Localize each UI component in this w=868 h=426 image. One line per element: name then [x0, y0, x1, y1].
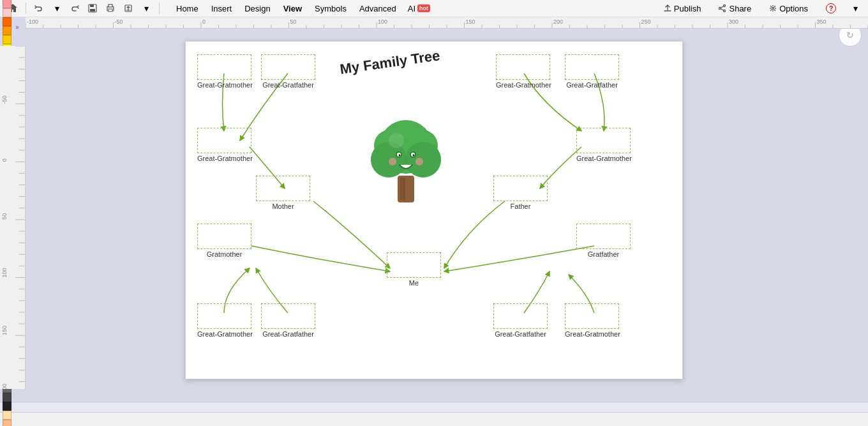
publish-button[interactable]: Publish — [657, 2, 708, 15]
svg-point-7 — [724, 5, 726, 7]
node-mother[interactable] — [256, 176, 310, 201]
svg-point-27 — [415, 158, 423, 165]
color-swatch[interactable] — [3, 420, 11, 427]
node-ggm4[interactable] — [565, 303, 619, 329]
node-gm3[interactable] — [197, 224, 251, 249]
nav-design[interactable]: Design — [238, 1, 276, 16]
color-swatch[interactable] — [3, 8, 11, 17]
sidebar-toggle[interactable]: » — [0, 17, 26, 36]
diagram-canvas[interactable]: My Family Tree — [185, 41, 683, 379]
svg-point-10 — [772, 8, 774, 10]
hot-badge: hot — [417, 4, 430, 12]
node-ggm1[interactable] — [197, 54, 251, 80]
svg-point-9 — [719, 8, 721, 10]
nav-ai[interactable]: AI hot — [403, 1, 435, 16]
toolbar: ▾ ▾ Home Insert Design View Sy — [0, 0, 868, 17]
node-label-ggf1: Great-Gratfather — [261, 81, 315, 89]
node-label-father: Father — [493, 202, 548, 210]
sep2 — [159, 3, 160, 14]
svg-point-28 — [389, 133, 404, 148]
undo-button[interactable] — [31, 1, 47, 16]
save-button[interactable] — [85, 1, 100, 16]
nav-menu: Home Insert Design View Symbols Advanced… — [170, 1, 435, 16]
options-button[interactable]: Options — [763, 2, 814, 15]
node-label-gm1: Great-Gratmother — [197, 155, 251, 162]
color-swatch[interactable] — [3, 411, 11, 420]
svg-rect-4 — [108, 4, 112, 7]
tree-title: My Family Tree — [326, 45, 454, 80]
node-label-me: Me — [387, 279, 441, 287]
svg-rect-2 — [90, 9, 95, 11]
node-ggm3[interactable] — [197, 303, 251, 329]
node-label-ggm1: Great-Gratmother — [197, 81, 251, 89]
svg-point-8 — [724, 10, 726, 12]
undo-dropdown[interactable]: ▾ — [49, 1, 64, 16]
horizontal-ruler — [26, 17, 868, 29]
svg-rect-1 — [90, 4, 94, 7]
color-swatch[interactable] — [3, 0, 11, 8]
node-label-gf1: Gratfather — [576, 250, 631, 258]
node-label-ggm2: Great-Gratmother — [496, 81, 550, 89]
node-gm2[interactable] — [576, 128, 631, 153]
svg-point-24 — [399, 155, 401, 156]
node-label-ggm4: Great-Gratmother — [565, 330, 619, 338]
node-label-ggf4: Great-Gratfather — [493, 330, 548, 338]
more-dropdown[interactable]: ▾ — [138, 1, 154, 16]
main-canvas-area[interactable]: » ↻ My Family Tree — [0, 17, 868, 403]
svg-rect-12 — [400, 178, 405, 200]
node-label-mother: Mother — [256, 202, 310, 210]
svg-point-18 — [371, 142, 407, 178]
node-gm1[interactable] — [197, 128, 251, 153]
toolbar-right: Publish Share Options ? ▾ — [657, 1, 863, 16]
node-label-gm2: Great-Gratmother — [576, 155, 631, 162]
color-swatch[interactable] — [3, 393, 11, 402]
color-palette — [0, 412, 868, 426]
redo-button[interactable] — [67, 1, 82, 16]
color-swatch[interactable] — [3, 402, 11, 411]
publish-label: Publish — [674, 4, 701, 13]
ai-label: AI — [408, 4, 415, 13]
svg-point-25 — [413, 155, 415, 156]
node-ggf4[interactable] — [493, 303, 548, 329]
svg-point-19 — [405, 142, 441, 178]
nav-symbols[interactable]: Symbols — [308, 1, 353, 16]
tree-illustration — [364, 102, 447, 204]
node-label-gm3: Gratmother — [197, 250, 251, 258]
node-label-ggf3: Great-Gratfather — [261, 330, 315, 338]
export-button[interactable] — [121, 1, 136, 16]
node-ggf2[interactable] — [565, 54, 619, 80]
help-button[interactable]: ? — [819, 1, 842, 15]
node-father[interactable] — [493, 176, 548, 201]
sep1 — [26, 3, 26, 14]
nav-insert[interactable]: Insert — [205, 1, 239, 16]
svg-point-26 — [389, 158, 396, 165]
nav-advanced[interactable]: Advanced — [353, 1, 403, 16]
share-button[interactable]: Share — [712, 2, 758, 15]
vertical-ruler — [0, 46, 26, 389]
svg-rect-5 — [108, 9, 112, 11]
options-label: Options — [779, 4, 808, 13]
print-button[interactable] — [103, 1, 118, 16]
node-ggf3[interactable] — [261, 303, 315, 329]
share-label: Share — [729, 4, 751, 13]
nav-view[interactable]: View — [277, 1, 308, 16]
node-label-ggm3: Great-Gratmother — [197, 330, 251, 338]
node-ggf1[interactable] — [261, 54, 315, 80]
svg-rect-11 — [398, 176, 414, 202]
node-me[interactable] — [387, 252, 441, 278]
node-label-ggf2: Great-Gratfather — [565, 81, 619, 89]
zoom-icon: ↻ — [846, 30, 854, 40]
toolbar-chevron[interactable]: ▾ — [848, 1, 863, 16]
nav-home[interactable]: Home — [170, 1, 205, 16]
node-gf1[interactable] — [576, 224, 631, 249]
node-ggm2[interactable] — [496, 54, 550, 80]
